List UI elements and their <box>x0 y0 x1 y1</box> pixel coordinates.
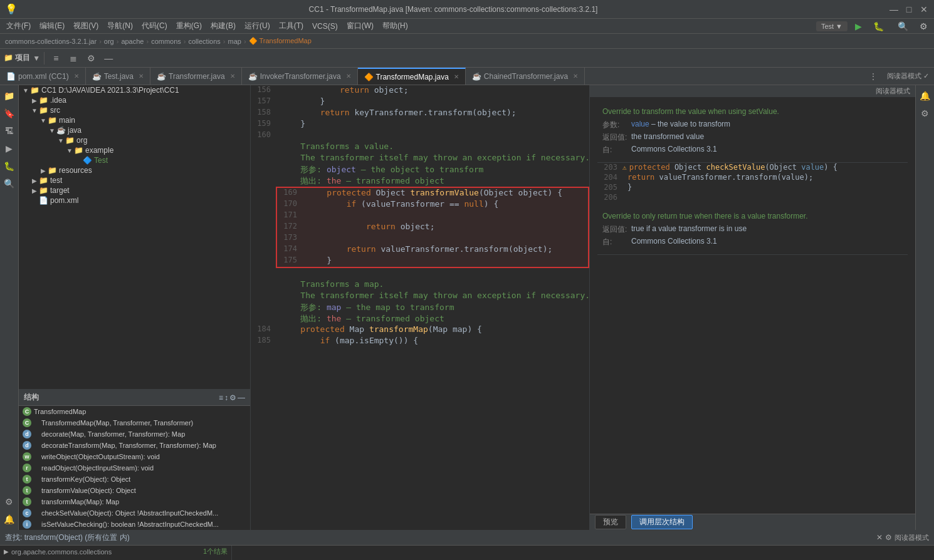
run-button[interactable]: ▶ <box>851 20 866 33</box>
code-line-javadoc2: The transformer itself may throw an exce… <box>251 153 589 164</box>
struct-transformkey[interactable]: t transformKey(Object): Object <box>19 474 250 485</box>
search-group-root-header[interactable]: ▶ org.apache.commons.collections 1个结果 <box>0 546 231 557</box>
menu-edit[interactable]: 编辑(E) <box>36 19 68 33</box>
tab-test-close[interactable]: ✕ <box>139 73 144 80</box>
code-editor: 156 return object; 157 } 158 return keyT… <box>251 85 589 530</box>
tree-item-src[interactable]: ▼ 📁 src <box>19 105 250 115</box>
struct-transformmap[interactable]: t transformMap(Map): Map <box>19 496 250 507</box>
struct-constructor[interactable]: C TransformedMap(Map, Transformer, Trans… <box>19 417 250 428</box>
reader-mode-label[interactable]: 阅读器模式 ✓ <box>882 71 934 81</box>
hide-button[interactable]: — <box>101 51 116 66</box>
breadcrumb-org[interactable]: org <box>104 38 114 45</box>
breadcrumb-class[interactable]: 🔶 TransformedMap <box>249 37 312 45</box>
tab-transformer[interactable]: ☕ Transformer.java ✕ <box>150 68 242 85</box>
struct-transformedmap-class[interactable]: C TransformedMap <box>19 406 250 417</box>
struct-issetvaluechecking[interactable]: i isSetValueChecking(): boolean !Abstrac… <box>19 519 250 530</box>
search-everywhere-icon[interactable]: 🔍 <box>894 20 912 33</box>
side-bookmark-icon[interactable]: 🔖 <box>1 105 18 122</box>
breadcrumb-jar[interactable]: commons-collections-3.2.1.jar <box>5 38 97 45</box>
tab-transformedmap-close[interactable]: ✕ <box>454 73 459 80</box>
side-notifications-icon[interactable]: 🔔 <box>1 511 18 527</box>
breadcrumb-map[interactable]: map <box>228 38 241 45</box>
search-group-root[interactable]: ▶ org.apache.commons.collections 1个结果 <box>0 546 231 557</box>
project-label: 📁 项目 <box>4 53 30 63</box>
struct-checksetvalue[interactable]: c checkSetValue(Object): Object !Abstrac… <box>19 507 250 519</box>
menu-vcs[interactable]: VCS(S) <box>308 21 342 32</box>
struct-transformvalue[interactable]: t transformValue(Object): Object <box>19 485 250 496</box>
struct-decoratetransform[interactable]: d decorateTransform(Map, Transformer, Tr… <box>19 440 250 451</box>
settings-icon[interactable]: ⚙ <box>916 20 931 33</box>
tab-transformer-close[interactable]: ✕ <box>230 73 235 80</box>
tab-invokertransformer-close[interactable]: ✕ <box>346 73 351 80</box>
minimize-button[interactable]: — <box>889 4 899 14</box>
structure-collapse-btn[interactable]: ≡ <box>219 393 223 402</box>
code-line-javadoc5: Transforms a map. <box>251 279 589 291</box>
right-icon-notifications[interactable]: 🔔 <box>917 88 933 104</box>
tab-chainedtransformer[interactable]: ☕ ChainedTransformer.java ✕ <box>466 68 585 85</box>
struct-readobject[interactable]: r readObject(ObjectInputStream): void <box>19 462 250 474</box>
tab-pomxml-close[interactable]: ✕ <box>74 73 79 80</box>
right-icon-settings[interactable]: ⚙ <box>917 105 933 122</box>
preview-button[interactable]: 预览 <box>595 515 626 529</box>
menu-window[interactable]: 窗口(W) <box>343 19 377 33</box>
tree-item-pomxml[interactable]: ▶ 📄 pom.xml <box>19 195 250 205</box>
menu-code[interactable]: 代码(C) <box>138 19 171 33</box>
side-debug-icon[interactable]: 🐛 <box>1 158 18 174</box>
tree-item-resources[interactable]: ▶ 📁 resources <box>19 165 250 175</box>
settings-button[interactable]: ⚙ <box>83 51 98 66</box>
menu-tools[interactable]: 工具(T) <box>275 19 307 33</box>
menu-help[interactable]: 帮助(H) <box>379 19 412 33</box>
breadcrumb-commons[interactable]: commons <box>151 38 181 45</box>
expand-all-button[interactable]: ≣ <box>66 51 81 66</box>
close-search-icon[interactable]: ✕ <box>876 533 883 542</box>
call-hierarchy-button[interactable]: 调用层次结构 <box>631 515 693 529</box>
struct-writeobject[interactable]: w writeObject(ObjectOutputStream): void <box>19 451 250 462</box>
side-structure-icon[interactable]: 🏗 <box>1 123 18 139</box>
doc-scroll-area[interactable]: Override to transform the value when usi… <box>590 97 915 514</box>
structure-sort-btn[interactable]: ↕ <box>224 393 228 402</box>
side-find-icon[interactable]: 🔍 <box>1 175 18 192</box>
menu-navigate[interactable]: 导航(N) <box>103 19 137 33</box>
tree-item-main[interactable]: ▼ 📁 main <box>19 115 250 125</box>
structure-settings-btn[interactable]: ⚙ <box>229 393 236 402</box>
menu-build[interactable]: 构建(B) <box>207 19 239 33</box>
menu-file[interactable]: 文件(F) <box>3 19 34 33</box>
menu-refactor[interactable]: 重构(G) <box>172 19 206 33</box>
tab-chainedtransformer-close[interactable]: ✕ <box>573 73 578 80</box>
reader-mode-bottom-label[interactable]: 阅读器模式 <box>895 533 929 542</box>
side-project-icon[interactable]: 📁 <box>1 88 18 104</box>
tab-pomxml[interactable]: 📄 pom.xml (CC1) ✕ <box>0 68 86 85</box>
breadcrumb-apache[interactable]: apache <box>121 38 144 45</box>
menu-view[interactable]: 视图(V) <box>70 19 102 33</box>
breadcrumb-collections[interactable]: collections <box>189 38 221 45</box>
menu-run[interactable]: 运行(U) <box>241 19 274 33</box>
structure-close-btn[interactable]: — <box>238 393 245 402</box>
side-run-icon[interactable]: ▶ <box>1 140 18 157</box>
debug-button[interactable]: 🐛 <box>869 20 888 33</box>
tree-item-test-java[interactable]: ▶ 🔷 Test <box>19 155 250 165</box>
tree-item-example[interactable]: ▼ 📁 example <box>19 145 250 155</box>
more-tabs-button[interactable]: ⋮ <box>864 72 882 81</box>
tab-test[interactable]: ☕ Test.java ✕ <box>86 68 150 85</box>
maximize-button[interactable]: □ <box>904 4 914 14</box>
reader-mode-btn[interactable]: 阅读器模式 <box>876 86 910 96</box>
run-config[interactable]: Test ▼ <box>816 21 847 31</box>
search-settings-icon[interactable]: ⚙ <box>885 533 892 542</box>
struct-decorate[interactable]: d decorate(Map, Transformer, Transformer… <box>19 428 250 440</box>
side-settings-icon[interactable]: ⚙ <box>1 494 18 510</box>
tree-item-test-dir[interactable]: ▶ 📁 test <box>19 175 250 185</box>
search-group-collection[interactable]: ▶ org.apache.commons.collections.collect… <box>0 557 231 560</box>
tab-invokertransformer[interactable]: ☕ InvokerTransformer.java ✕ <box>242 68 358 85</box>
code-scroll-area[interactable]: 156 return object; 157 } 158 return keyT… <box>251 85 589 530</box>
close-button[interactable]: ✕ <box>919 4 929 14</box>
tree-item-org[interactable]: ▼ 📁 org <box>19 135 250 145</box>
collapse-all-button[interactable]: ≡ <box>48 51 63 66</box>
tree-item-cc1[interactable]: ▼ 📁 CC1 D:\JAVA\IDEA 2021.3.3\Project\CC… <box>19 85 250 95</box>
tree-item-target[interactable]: ▶ 📁 target <box>19 185 250 195</box>
tree-arrow-idea: ▶ <box>30 97 39 104</box>
tree-item-java[interactable]: ▼ ☕ java <box>19 125 250 135</box>
project-dropdown-icon[interactable]: ▼ <box>33 54 40 63</box>
tab-transformedmap[interactable]: 🔶 TransformedMap.java ✕ <box>358 68 466 85</box>
search-group-collection-header[interactable]: ▶ org.apache.commons.collections.collect… <box>0 557 231 560</box>
tree-item-idea[interactable]: ▶ 📁 .idea <box>19 95 250 105</box>
